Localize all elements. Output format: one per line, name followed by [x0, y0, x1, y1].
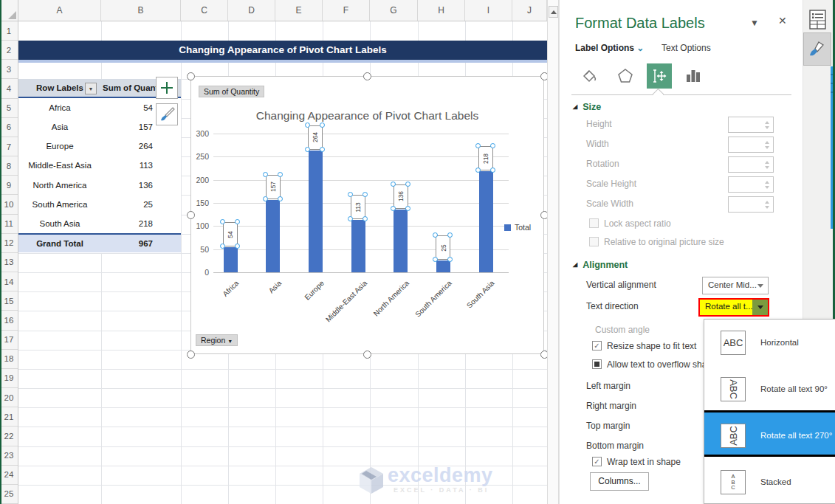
resize-shape-checkbox[interactable]: ✓ [592, 341, 602, 351]
pivot-region-cell[interactable]: Asia [18, 117, 101, 137]
wrap-text-checkbox[interactable]: ✓ [592, 457, 602, 466]
label-handle[interactable] [362, 216, 368, 221]
pivot-value-cell[interactable]: 54 [101, 98, 153, 117]
value-field-button[interactable]: Sum of Quantity [199, 86, 264, 97]
pivot-region-cell[interactable]: Africa [18, 98, 101, 117]
pivot-value-cell[interactable]: 218 [101, 214, 153, 233]
row-header-23[interactable]: 23 [0, 446, 18, 466]
pivot-region-cell[interactable]: North America [18, 176, 101, 195]
data-label[interactable]: 54 [223, 222, 238, 246]
size-properties-icon[interactable] [647, 63, 672, 89]
data-label[interactable]: 113 [351, 195, 365, 219]
column-header-F[interactable]: F [323, 0, 370, 21]
bar-Africa[interactable] [224, 247, 238, 272]
row-header-9[interactable]: 9 [0, 176, 18, 195]
pivot-value-cell[interactable]: 136 [101, 176, 153, 195]
pivot-value-cell[interactable]: 264 [101, 137, 153, 156]
label-handle[interactable] [263, 196, 268, 201]
label-handle[interactable] [278, 196, 283, 201]
row-header-20[interactable]: 20 [0, 388, 18, 407]
column-header-B[interactable]: B [101, 0, 181, 21]
label-handle[interactable] [305, 147, 310, 152]
menu-item-abc-rotate-270[interactable]: ABCRotate all text 270° [704, 410, 835, 457]
label-handle[interactable] [235, 219, 240, 224]
chart-legend[interactable]: Total [504, 223, 531, 232]
row-header-12[interactable]: 12 [0, 234, 18, 253]
filter-dropdown-button[interactable]: ▼ [85, 83, 97, 94]
row-header-5[interactable]: 5 [0, 99, 18, 118]
row-header-22[interactable]: 22 [0, 427, 18, 446]
label-handle[interactable] [490, 168, 495, 173]
bar-Europe[interactable] [309, 151, 323, 272]
data-label[interactable]: 218 [478, 146, 493, 170]
column-headers[interactable]: ABCDEFGHIJ [0, 0, 547, 21]
label-handle[interactable] [447, 257, 453, 262]
row-header-25[interactable]: 25 [0, 485, 18, 504]
row-header-17[interactable]: 17 [0, 331, 18, 350]
pivot-value-cell[interactable]: 113 [101, 156, 153, 175]
label-handle[interactable] [490, 143, 495, 148]
vertical-alignment-dropdown[interactable]: Center Mid... [702, 277, 769, 294]
row-header-21[interactable]: 21 [0, 407, 18, 427]
label-handle[interactable] [405, 182, 410, 187]
chart-selection-handle[interactable] [187, 211, 195, 219]
label-handle[interactable] [447, 232, 453, 238]
sheet-vertical-scrollbar[interactable] [547, 0, 559, 504]
select-all-corner[interactable] [0, 0, 18, 21]
menu-item-abc-stacked[interactable]: ABCStacked [704, 459, 835, 504]
row-header-6[interactable]: 6 [0, 118, 18, 137]
label-handle[interactable] [278, 172, 283, 177]
row-header-14[interactable]: 14 [0, 272, 18, 291]
chart-title[interactable]: Changing Appearance of Pivot Chart Label… [191, 109, 543, 122]
pivot-total-value[interactable]: 967 [101, 235, 153, 252]
label-handle[interactable] [320, 147, 325, 152]
pivot-region-cell[interactable]: South Asia [18, 214, 101, 233]
menu-item-abc-horizontal[interactable]: ABCHorizontal [704, 320, 835, 366]
chart-selection-handle[interactable] [187, 72, 195, 80]
chart-styles-button[interactable] [156, 103, 178, 125]
column-header-E[interactable]: E [275, 0, 323, 21]
pivot-row[interactable]: South America25 [18, 195, 181, 214]
data-label[interactable]: 157 [266, 175, 281, 199]
data-label[interactable]: 264 [308, 125, 323, 150]
row-header-3[interactable]: 3 [0, 60, 18, 79]
chart-selection-handle[interactable] [363, 351, 371, 359]
column-header-D[interactable]: D [228, 0, 275, 21]
label-handle[interactable] [263, 172, 268, 177]
row-header-11[interactable]: 11 [0, 215, 18, 234]
columns-button[interactable]: Columns... [590, 472, 649, 491]
label-handle[interactable] [220, 219, 225, 224]
pivot-total-row[interactable]: Grand Total967 [18, 233, 181, 252]
column-header-H[interactable]: H [418, 0, 465, 21]
bar-Asia[interactable] [266, 200, 280, 272]
pivot-fields-pane-icon[interactable] [809, 10, 827, 33]
bar-South America[interactable] [436, 260, 450, 272]
row-header-1[interactable]: 1 [0, 21, 18, 41]
column-header-I[interactable]: I [465, 0, 512, 21]
label-handle[interactable] [391, 206, 396, 211]
label-handle[interactable] [320, 122, 325, 128]
column-header-C[interactable]: C [181, 0, 228, 21]
chart-elements-button[interactable] [156, 77, 178, 99]
pivot-region-cell[interactable]: South America [18, 195, 101, 214]
scroll-up-button[interactable] [549, 6, 558, 18]
label-handle[interactable] [362, 192, 368, 197]
label-handle[interactable] [391, 182, 396, 187]
pivot-row[interactable]: South Asia218 [18, 214, 181, 233]
pivot-region-cell[interactable]: Middle-East Asia [18, 156, 101, 175]
data-label[interactable]: 25 [436, 235, 450, 260]
column-header-A[interactable]: A [18, 0, 101, 21]
chart-selection-handle[interactable] [187, 351, 195, 359]
column-header-G[interactable]: G [370, 0, 418, 21]
pivot-chart[interactable]: Sum of Quantity Changing Appearance of P… [190, 76, 544, 354]
row-header-4[interactable]: 4 [0, 79, 18, 98]
alignment-section-header[interactable]: ◢Alignment [573, 260, 628, 270]
row-header-13[interactable]: 13 [0, 253, 18, 272]
effects-icon[interactable] [614, 65, 636, 87]
bar-Middle-East Asia[interactable] [351, 220, 365, 272]
data-label[interactable]: 136 [394, 184, 408, 209]
label-handle[interactable] [405, 206, 410, 211]
label-options-icon[interactable] [682, 65, 704, 87]
row-header-2[interactable]: 2 [0, 41, 18, 60]
row-header-7[interactable]: 7 [0, 137, 18, 156]
